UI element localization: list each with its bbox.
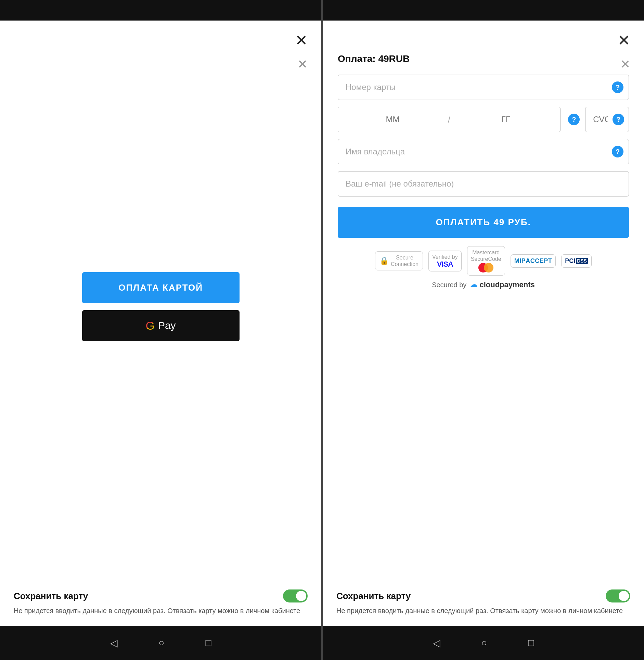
right-back-nav[interactable]: ◁ (433, 637, 440, 649)
cvc-help-icon[interactable]: ? (613, 114, 624, 125)
expiry-cvc-row: / ? ? (338, 107, 629, 132)
pay-by-card-button[interactable]: ОПЛАТА КАРТОЙ (82, 272, 240, 303)
google-pay-button[interactable]: G Pay (82, 310, 240, 341)
payment-form: Оплата: 49RUB ? / ? (323, 21, 644, 579)
right-nav-bar: ◁ ○ □ (323, 626, 644, 660)
secured-by-row: Secured by ☁ cloudpayments (338, 280, 629, 289)
payment-buttons-group: ОПЛАТА КАРТОЙ G Pay (82, 272, 240, 341)
visa-label: VISA (437, 260, 453, 268)
left-back-nav[interactable]: ◁ (110, 637, 118, 649)
right-home-nav[interactable]: ○ (481, 637, 487, 648)
secure-line1: Secure (391, 254, 418, 261)
owner-name-input[interactable] (338, 139, 629, 164)
left-save-card-toggle[interactable] (283, 589, 308, 602)
card-number-group: ? (338, 75, 629, 100)
cloudpayments-text: cloudpayments (479, 280, 534, 289)
owner-name-group: ? (338, 139, 629, 164)
secure-line2: Connection (391, 261, 418, 267)
left-phone: ✕ ✕ ОПЛАТА КАРТОЙ G Pay Сохранить карту … (0, 0, 321, 660)
mc-circles-icon (478, 263, 493, 272)
left-status-bar (0, 0, 321, 21)
cvc-group: ? (585, 107, 629, 132)
mc-line2: SecureCode (471, 256, 501, 262)
right-save-card-title: Сохранить карту (336, 591, 411, 601)
right-save-card-row: Сохранить карту (336, 589, 630, 602)
right-screen-content: ✕ ✕ Оплата: 49RUB ? / (323, 21, 644, 626)
expiry-slash: / (447, 114, 451, 125)
verified-by-label: Verified by (432, 254, 458, 260)
left-save-card-title: Сохранить карту (14, 591, 88, 601)
mastercard-badge: Mastercard SecureCode (467, 246, 505, 276)
left-nav-bar: ◁ ○ □ (0, 626, 321, 660)
mir-badge: MIРACCEPT (511, 254, 556, 268)
right-save-card-toggle[interactable] (606, 589, 630, 602)
security-badges: 🔒 Secure Connection Verified by VISA Mas… (338, 246, 629, 276)
left-save-card-row: Сохранить карту (14, 589, 308, 602)
right-save-card-desc: Не придется вводить данные в следующий р… (336, 606, 630, 615)
mir-label: MIРACCEPT (514, 257, 552, 265)
left-save-card-section: Сохранить карту Не придется вводить данн… (0, 579, 321, 626)
owner-help-icon[interactable]: ? (612, 146, 623, 157)
expiry-month-input[interactable] (338, 107, 447, 132)
gpay-label: Pay (158, 320, 176, 331)
expiry-help-icon[interactable]: ? (568, 114, 580, 125)
left-recent-nav[interactable]: □ (206, 637, 211, 648)
email-input[interactable] (338, 171, 629, 196)
dss-label: DSS (576, 258, 588, 264)
cloud-icon: ☁ (470, 280, 477, 289)
right-phone: ✕ ✕ Оплата: 49RUB ? / (323, 0, 644, 660)
right-main-area: Оплата: 49RUB ? / ? (323, 21, 644, 626)
cloudpayments-logo: ☁ cloudpayments (470, 280, 535, 289)
mc-line1: Mastercard (472, 249, 500, 256)
right-recent-nav[interactable]: □ (528, 637, 534, 648)
card-number-help-icon[interactable]: ? (612, 81, 623, 93)
left-main-area: ОПЛАТА КАРТОЙ G Pay (0, 21, 321, 579)
payment-title: Оплата: 49RUB (338, 53, 629, 64)
mc-orange-circle (484, 263, 493, 272)
right-save-card-section: Сохранить карту Не придется вводить данн… (323, 579, 644, 626)
left-save-card-desc: Не придется вводить данные в следующий р… (14, 606, 308, 615)
secured-by-label: Secured by (432, 281, 466, 289)
email-group (338, 171, 629, 196)
pay-button[interactable]: ОПЛАТИТЬ 49 РУБ. (338, 207, 629, 238)
expiry-year-input[interactable] (451, 107, 560, 132)
right-status-bar (323, 0, 644, 21)
left-home-nav[interactable]: ○ (159, 637, 165, 648)
verified-by-visa-badge: Verified by VISA (428, 251, 462, 271)
google-g-icon: G (145, 319, 154, 332)
pci-label: PCI (565, 257, 575, 265)
left-screen-content: ✕ ✕ ОПЛАТА КАРТОЙ G Pay Сохранить карту … (0, 21, 321, 626)
card-number-input[interactable] (338, 75, 629, 100)
expiry-group: / (338, 107, 561, 132)
secure-connection-badge: 🔒 Secure Connection (375, 251, 423, 270)
lock-icon: 🔒 (379, 256, 389, 265)
pci-dss-badge: PCI DSS (561, 254, 592, 268)
